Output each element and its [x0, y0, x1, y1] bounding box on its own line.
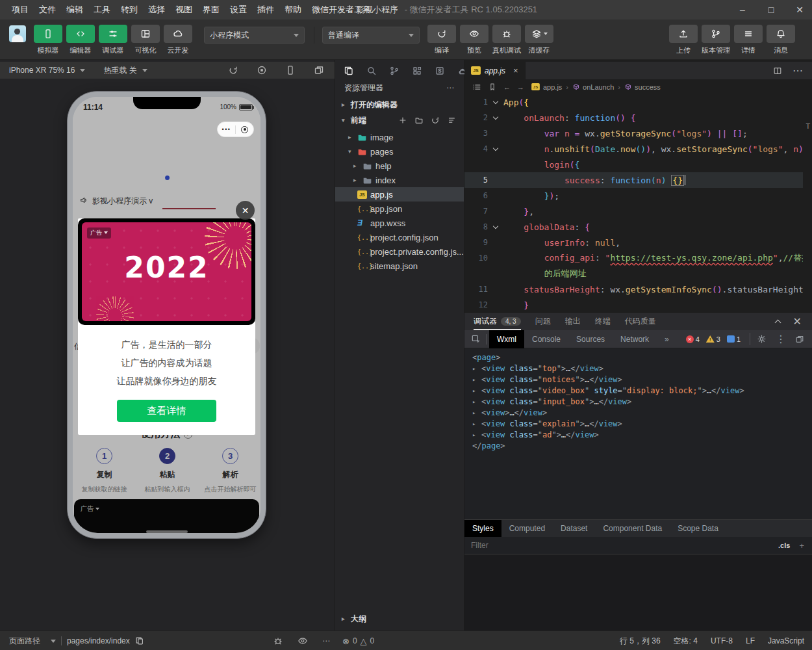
tree-chevron-right-icon[interactable]: ▸: [348, 134, 357, 140]
device-select[interactable]: iPhone XR 75% 16: [9, 66, 85, 75]
refresh-icon[interactable]: [431, 116, 440, 125]
nav-forward-icon[interactable]: →: [517, 83, 524, 91]
expand-arrow-icon[interactable]: ▸: [472, 374, 481, 385]
expand-arrow-icon[interactable]: ▸: [472, 430, 481, 441]
debugger-tab[interactable]: 输出: [565, 313, 581, 330]
eye-icon[interactable]: [298, 636, 308, 646]
user-avatar[interactable]: [9, 25, 26, 42]
fold-chevron-icon[interactable]: [488, 117, 503, 119]
toolbar-button-refresh[interactable]: 编译: [426, 25, 457, 55]
devtools-tab[interactable]: Wxml: [489, 330, 524, 348]
devtools-warning-count[interactable]: !3: [706, 335, 720, 343]
toolbar-button-menu[interactable]: 详情: [733, 25, 764, 55]
toolbar-button-bell[interactable]: 消息: [765, 25, 796, 55]
more-icon[interactable]: ⋯: [322, 636, 330, 645]
devtools-tab[interactable]: Console: [524, 330, 568, 348]
ad-tag[interactable]: 广告: [87, 228, 111, 239]
open-editors-section[interactable]: ▸ 打开的编辑器: [335, 98, 464, 112]
toolbar-button-layers[interactable]: 清缓存: [524, 25, 555, 55]
toolbar-button-sliders[interactable]: 调试器: [97, 25, 129, 55]
compile-select[interactable]: 普通编译: [322, 27, 420, 44]
inspect-element-icon[interactable]: [464, 334, 486, 344]
editor-more-icon[interactable]: ⋯: [793, 64, 803, 77]
styles-tab-dataset[interactable]: Dataset: [553, 520, 595, 538]
styles-tab-scope-data[interactable]: Scope Data: [670, 520, 726, 538]
more-menu-button[interactable]: •••: [218, 126, 235, 133]
project-root-section[interactable]: ▾ 前端: [335, 113, 464, 127]
toolbar-button-phone[interactable]: 模拟器: [32, 25, 64, 55]
fold-chevron-icon[interactable]: [488, 101, 503, 103]
ad-popup-media[interactable]: 广告 2022: [78, 218, 255, 325]
styles-tab-component-data[interactable]: Component Data: [595, 520, 670, 538]
styles-filter-input[interactable]: [464, 541, 778, 550]
popup-close-button[interactable]: ✕: [236, 201, 255, 220]
wxml-node[interactable]: ▸<view class="notices">…</view>: [472, 374, 812, 385]
status-item[interactable]: LF: [746, 636, 755, 645]
outline-section[interactable]: ▸ 大纲: [335, 612, 464, 625]
source-control-icon[interactable]: [389, 66, 400, 76]
menu-item[interactable]: 设置: [225, 0, 252, 20]
tree-item[interactable]: JSapp.js: [335, 187, 464, 202]
wxml-node[interactable]: ▸<view class="video_box" style="display:…: [472, 385, 812, 396]
toolbar-button-cloud[interactable]: 云开发: [162, 25, 194, 55]
collapse-panel-icon[interactable]: [774, 319, 781, 326]
tree-item[interactable]: {..}project.config.json: [335, 230, 464, 244]
wxml-node[interactable]: </page>: [472, 441, 812, 452]
page-path-label[interactable]: 页面路径: [9, 636, 40, 647]
wxml-node[interactable]: ▸<view class="explain">…</view>: [472, 419, 812, 430]
devtools-message-count[interactable]: 1: [727, 335, 741, 343]
outline-list-icon[interactable]: [472, 83, 481, 92]
tree-item[interactable]: ▸index: [335, 173, 464, 187]
more-actions-icon[interactable]: ⋯: [446, 83, 455, 92]
new-folder-icon[interactable]: [414, 116, 424, 125]
gear-icon[interactable]: [757, 334, 767, 344]
toolbar-button-eye[interactable]: 预览: [459, 25, 490, 55]
cls-toggle[interactable]: .cls: [778, 541, 790, 549]
expand-arrow-icon[interactable]: ▸: [472, 363, 481, 374]
collapse-all-icon[interactable]: [447, 116, 456, 125]
fold-chevron-icon[interactable]: [488, 226, 503, 228]
tree-chevron-right-icon[interactable]: ▸: [353, 162, 362, 169]
tree-chevron-down-icon[interactable]: ▾: [348, 148, 357, 155]
mode-select[interactable]: 小程序模式: [204, 27, 305, 44]
exit-button[interactable]: [236, 126, 253, 133]
menu-item[interactable]: 视图: [170, 0, 197, 20]
menu-item[interactable]: 界面: [197, 0, 225, 20]
copy-icon[interactable]: [135, 636, 144, 645]
tree-item[interactable]: {..}sitemap.json: [335, 259, 464, 273]
bookmark-icon[interactable]: [488, 83, 497, 92]
devtools-tab[interactable]: »: [657, 330, 677, 348]
split-editor-icon[interactable]: [773, 66, 782, 75]
close-window-icon[interactable]: ✕: [794, 5, 806, 15]
menu-item[interactable]: 选择: [143, 0, 170, 20]
refresh-icon[interactable]: [228, 65, 238, 75]
kebab-menu-icon[interactable]: ⋮: [776, 333, 786, 345]
toolbar-button-branch[interactable]: 版本管理: [700, 25, 731, 55]
wxml-node[interactable]: ▸<view class="input_box">…</view>: [472, 396, 812, 408]
styles-tab-computed[interactable]: Computed: [501, 520, 553, 538]
menu-item[interactable]: 文件: [34, 0, 61, 20]
devtools-tab[interactable]: Sources: [568, 330, 613, 348]
minimize-window-icon[interactable]: –: [737, 5, 748, 15]
maximize-window-icon[interactable]: □: [765, 5, 777, 15]
close-panel-icon[interactable]: ✕: [793, 315, 802, 328]
wxml-node[interactable]: <page>: [472, 352, 812, 363]
package-icon[interactable]: [435, 66, 445, 76]
menu-item[interactable]: 转到: [116, 0, 143, 20]
code-editor[interactable]: 1App({2 onLaunch: function() {3 var n = …: [464, 94, 803, 311]
debugger-tab[interactable]: 终端: [595, 313, 611, 330]
devtools-error-count[interactable]: ×4: [686, 335, 700, 343]
record-icon[interactable]: [257, 65, 267, 75]
menu-item[interactable]: 工具: [88, 0, 116, 20]
tree-item[interactable]: ▸image: [335, 130, 464, 144]
menu-item[interactable]: 编辑: [61, 0, 88, 20]
search-icon[interactable]: [366, 66, 377, 76]
expand-arrow-icon[interactable]: ▸: [472, 419, 481, 430]
debugger-tab[interactable]: 问题: [535, 313, 551, 330]
toolbar-button-bug[interactable]: 真机调试: [491, 25, 522, 55]
view-details-button[interactable]: 查看详情: [117, 400, 216, 422]
files-icon[interactable]: [344, 66, 354, 76]
fold-chevron-icon[interactable]: [488, 148, 503, 150]
debugger-tab[interactable]: 代码质量: [625, 313, 656, 330]
menu-item[interactable]: 项目: [6, 0, 34, 20]
